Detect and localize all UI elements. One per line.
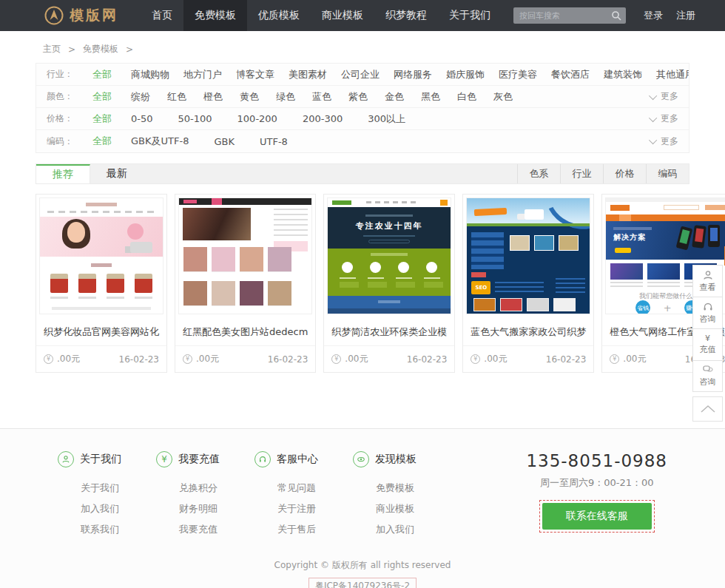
- filter-option[interactable]: UTF-8: [260, 136, 288, 147]
- footer-contact: 135-8051-0988 周一至周六9：00-21：00 联系在线客服: [526, 451, 689, 540]
- filter-option[interactable]: 橙色: [203, 90, 223, 104]
- filter-option[interactable]: 白色: [457, 90, 476, 104]
- filter-more-toggle[interactable]: 更多: [651, 90, 678, 103]
- filter-option[interactable]: 餐饮酒店: [551, 68, 590, 81]
- template-title[interactable]: 红黑配色美女图片站dedecm: [175, 317, 315, 345]
- login-link[interactable]: 登录: [644, 9, 663, 22]
- filter-option[interactable]: 网络服务: [394, 68, 432, 81]
- logo-text: 模版网: [70, 6, 118, 25]
- headset-circle-icon: [254, 451, 271, 467]
- sort-price[interactable]: 价格: [603, 164, 646, 183]
- filter-option[interactable]: 100-200: [237, 113, 277, 124]
- back-to-top-button[interactable]: [692, 396, 723, 422]
- filter-row-industry: 行业： 全部 商城购物 地方门户 博客文章 美图素材 公司企业 网络服务 婚庆服…: [36, 64, 689, 86]
- filter-option-all[interactable]: 全部: [92, 68, 112, 81]
- tab-recommend[interactable]: 推荐: [36, 164, 90, 183]
- filter-option[interactable]: 医疗美容: [499, 68, 537, 81]
- filter-more-toggle[interactable]: 更多: [651, 135, 678, 148]
- filter-more-toggle[interactable]: 更多: [651, 112, 678, 125]
- footer-link[interactable]: 商业模板: [353, 499, 451, 519]
- service-hours: 周一至周六9：00-21：00: [526, 476, 667, 490]
- footer-link[interactable]: 关于注册: [254, 499, 353, 519]
- template-card[interactable]: 专注农业十四年 织梦简洁农业环保类企业模 ¥ .00元 16-02-23: [323, 194, 455, 373]
- template-card[interactable]: SEO 蓝色大气搬家家政公司织梦 ¥ .00元 16-02-23: [462, 194, 594, 373]
- footer-link[interactable]: 加入我们: [58, 499, 156, 519]
- sidebar-item-view[interactable]: 查看: [692, 265, 723, 297]
- search-input[interactable]: [513, 7, 626, 24]
- filter-option-all[interactable]: 全部: [92, 112, 112, 126]
- template-thumbnail-cosmetics[interactable]: [39, 197, 163, 314]
- search-icon[interactable]: [611, 10, 621, 21]
- filter-option[interactable]: 灰色: [493, 90, 513, 104]
- template-card[interactable]: 织梦化妆品官网美容网站化 ¥ .00元 16-02-23: [36, 194, 167, 373]
- filter-option[interactable]: 0-50: [131, 113, 153, 124]
- filter-option[interactable]: 蓝色: [312, 90, 331, 104]
- sort-color[interactable]: 色系: [517, 164, 560, 183]
- template-title[interactable]: 蓝色大气搬家家政公司织梦: [463, 317, 593, 345]
- filter-option[interactable]: 缤纷: [131, 90, 150, 104]
- sidebar-item-recharge[interactable]: ¥ 充值: [692, 328, 723, 360]
- filter-option[interactable]: 50-100: [178, 113, 212, 124]
- template-thumbnail-moving[interactable]: SEO: [466, 197, 590, 314]
- filter-option[interactable]: 美图素材: [289, 68, 327, 81]
- nav-about-us[interactable]: 关于我们: [438, 0, 502, 31]
- template-title[interactable]: 织梦化妆品官网美容网站化: [36, 317, 166, 345]
- footer-link[interactable]: 免费模板: [353, 478, 451, 499]
- nav-commercial-templates[interactable]: 商业模板: [311, 0, 374, 31]
- register-link[interactable]: 注册: [676, 9, 695, 22]
- filter-option[interactable]: 黄色: [240, 90, 259, 104]
- breadcrumb-home[interactable]: 主页: [43, 43, 61, 55]
- footer-link[interactable]: 联系我们: [58, 519, 156, 540]
- user-circle-icon: [58, 451, 74, 467]
- filter-option[interactable]: GBK及UTF-8: [131, 135, 189, 148]
- filter-option-all[interactable]: 全部: [92, 135, 112, 148]
- coin-icon: ¥: [183, 354, 192, 364]
- nav-home[interactable]: 首页: [141, 0, 183, 31]
- footer-link[interactable]: 关于我们: [58, 478, 156, 499]
- footer-link[interactable]: 加入我们: [353, 519, 451, 540]
- footer-column-about: 关于我们 关于我们 加入我们 联系我们: [58, 451, 156, 540]
- template-price: .00元: [196, 353, 219, 365]
- template-card[interactable]: 红黑配色美女图片站dedecm ¥ .00元 16-02-23: [175, 194, 316, 373]
- filter-option[interactable]: GBK: [214, 136, 235, 147]
- nav-premium-templates[interactable]: 优质模板: [247, 0, 311, 31]
- contact-online-service-button[interactable]: 联系在线客服: [542, 503, 652, 530]
- filter-option[interactable]: 商城购物: [131, 68, 169, 81]
- filter-option[interactable]: 300以上: [368, 112, 405, 126]
- template-thumbnail-agriculture[interactable]: 专注农业十四年: [327, 197, 451, 314]
- template-title[interactable]: 织梦简洁农业环保类企业模: [324, 317, 454, 345]
- filter-option[interactable]: 婚庆服饰: [446, 68, 485, 81]
- sort-industry[interactable]: 行业: [560, 164, 603, 183]
- breadcrumb-current[interactable]: 免费模板: [83, 43, 118, 55]
- footer-column-title: 发现模板: [375, 453, 417, 466]
- yen-circle-icon: ¥: [156, 451, 172, 467]
- nav-dedecms-tutorials[interactable]: 织梦教程: [374, 0, 438, 31]
- filter-option[interactable]: 红色: [167, 90, 186, 104]
- filter-option[interactable]: 200-300: [303, 113, 343, 124]
- footer-link[interactable]: 关于售后: [254, 519, 353, 540]
- site-logo[interactable]: 模版网: [44, 6, 118, 25]
- tab-newest[interactable]: 最新: [90, 164, 144, 183]
- sidebar-item-chat[interactable]: 咨询: [692, 360, 723, 392]
- filter-option[interactable]: 绿色: [276, 90, 295, 104]
- footer: 关于我们 关于我们 加入我们 联系我们 ¥ 我要充值 兑换积分 财务明细 我要充…: [0, 428, 725, 540]
- sidebar-item-consult[interactable]: 咨询: [692, 297, 723, 328]
- footer-link[interactable]: 我要充值: [156, 519, 254, 540]
- filter-option[interactable]: 博客文章: [236, 68, 274, 81]
- filter-option[interactable]: 其他通用: [656, 68, 689, 81]
- footer-link[interactable]: 兑换积分: [156, 478, 254, 499]
- footer-link[interactable]: 常见问题: [254, 478, 353, 499]
- filter-option[interactable]: 公司企业: [341, 68, 380, 81]
- footer-link[interactable]: 财务明细: [156, 499, 254, 519]
- filter-option[interactable]: 黑色: [421, 90, 440, 104]
- filter-option[interactable]: 地方门户: [183, 68, 222, 81]
- filter-option[interactable]: 紫色: [348, 90, 368, 104]
- sort-encoding[interactable]: 编码: [646, 164, 689, 183]
- filter-option-all[interactable]: 全部: [92, 90, 112, 104]
- coin-icon: ¥: [331, 354, 341, 364]
- filter-option[interactable]: 建筑装饰: [604, 68, 642, 81]
- icp-license-link[interactable]: 粤ICP备14079236号-2: [308, 578, 417, 588]
- nav-free-templates[interactable]: 免费模板: [183, 0, 247, 31]
- filter-option[interactable]: 金色: [385, 90, 404, 104]
- template-thumbnail-gallery[interactable]: [178, 197, 312, 314]
